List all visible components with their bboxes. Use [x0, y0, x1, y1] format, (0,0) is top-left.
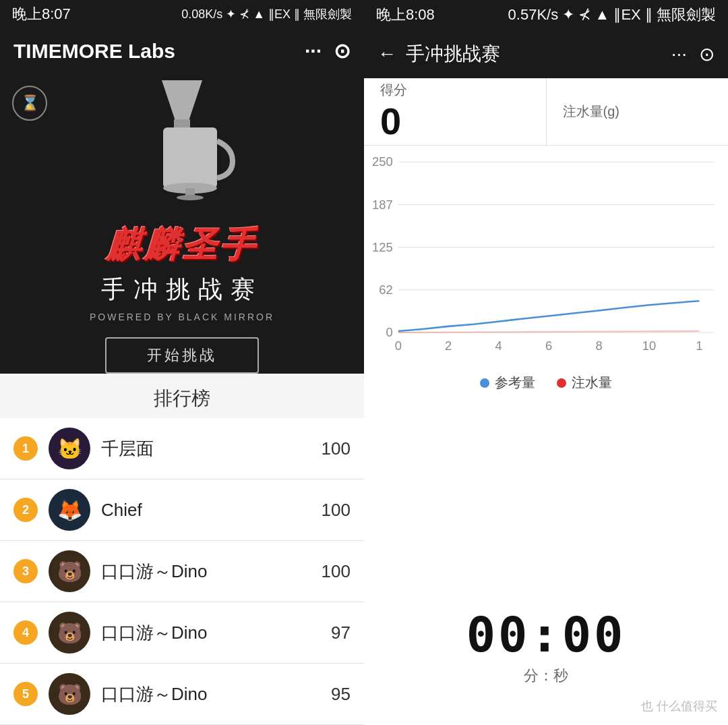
svg-rect-2 — [163, 127, 217, 188]
hero-area: ⌛ 麒麟圣手 手冲挑战赛 POWERED BY BLACK MIRROR 开始挑… — [0, 74, 364, 374]
svg-text:8: 8 — [595, 339, 602, 353]
logo-icon: ⌛ — [12, 86, 47, 121]
item-name: 口口游～Dino — [101, 560, 311, 583]
avatar: 🐻 — [49, 550, 90, 592]
water-label: 注水量(g) — [563, 103, 712, 121]
right-status-icons: 0.57K/s ✦ ⊀ ▲ ∥EX ∥ 無限劍製 — [508, 5, 716, 25]
svg-text:4: 4 — [495, 339, 502, 353]
list-item[interactable]: 5 🐻 口口游～Dino 95 — [0, 664, 364, 725]
score-box: 得分 0 — [364, 78, 547, 145]
svg-text:6: 6 — [545, 339, 552, 353]
chart-container: 250 187 125 62 0 0 2 4 6 8 10 1 — [371, 152, 721, 368]
legend-reference: 参考量 — [480, 374, 535, 392]
svg-text:0: 0 — [386, 325, 392, 339]
score-water-row: 得分 0 注水量(g) — [364, 78, 728, 146]
svg-text:10: 10 — [642, 339, 656, 353]
score-label: 得分 — [380, 81, 530, 99]
item-score: 95 — [331, 684, 351, 705]
right-target-icon[interactable]: ⊙ — [699, 43, 715, 65]
hero-title: 麒麟圣手 — [105, 222, 259, 269]
chart-legend: 参考量 注水量 — [371, 368, 721, 397]
svg-marker-0 — [162, 80, 202, 121]
back-icon[interactable]: ← — [377, 43, 396, 65]
svg-rect-1 — [174, 119, 190, 127]
list-item[interactable]: 3 🐻 口口游～Dino 100 — [0, 541, 364, 602]
timer-display: 00:00 — [364, 606, 728, 663]
avatar: 🐻 — [49, 673, 90, 715]
water-box: 注水量(g) — [547, 78, 729, 145]
svg-text:250: 250 — [372, 154, 393, 169]
rank-badge: 3 — [13, 559, 38, 583]
svg-text:2: 2 — [445, 339, 452, 353]
rank-badge: 1 — [13, 436, 38, 461]
left-status-icons: 0.08K/s ✦ ⊀ ▲ ∥EX ∥ 無限劍製 — [181, 6, 352, 22]
start-challenge-button[interactable]: 开始挑战 — [105, 337, 259, 374]
right-more-icon[interactable]: ··· — [671, 43, 687, 65]
avatar: 🐻 — [49, 612, 90, 654]
item-score: 100 — [322, 438, 351, 459]
list-item[interactable]: 4 🐻 口口游～Dino 97 — [0, 602, 364, 664]
coffee-svg — [115, 74, 249, 208]
timer-section: 00:00 分：秒 — [364, 593, 728, 693]
legend-reference-label: 参考量 — [495, 374, 535, 392]
left-header-icons: ··· ⊙ — [305, 39, 351, 63]
rank-badge: 4 — [13, 620, 38, 645]
leaderboard-list: 1 🐱 千层面 100 2 🦊 Chief 100 3 🐻 口口游～Dino 1… — [0, 418, 364, 725]
list-item[interactable]: 2 🦊 Chief 100 — [0, 480, 364, 541]
svg-text:0: 0 — [395, 339, 402, 353]
right-header: ← 手冲挑战赛 ··· ⊙ — [364, 30, 728, 78]
timer-label: 分：秒 — [364, 666, 728, 686]
left-status-bar: 晚上8:07 0.08K/s ✦ ⊀ ▲ ∥EX ∥ 無限劍製 — [0, 0, 364, 28]
watermark: 也 什么值得买 — [364, 693, 728, 725]
svg-text:62: 62 — [379, 283, 392, 297]
chart-svg: 250 187 125 62 0 0 2 4 6 8 10 1 — [371, 152, 721, 368]
leaderboard-section: 排行榜 1 🐱 千层面 100 2 🦊 Chief 100 3 🐻 口口游～Di… — [0, 374, 364, 725]
svg-text:125: 125 — [372, 240, 393, 254]
list-item[interactable]: 1 🐱 千层面 100 — [0, 418, 364, 480]
left-panel: 晚上8:07 0.08K/s ✦ ⊀ ▲ ∥EX ∥ 無限劍製 TIMEMORE… — [0, 0, 364, 725]
item-name: 千层面 — [101, 437, 311, 461]
score-value: 0 — [380, 99, 530, 143]
svg-text:1: 1 — [696, 339, 702, 353]
left-header: TIMEMORE Labs ··· ⊙ — [0, 28, 364, 74]
rank-badge: 2 — [13, 498, 38, 522]
right-time: 晚上8:08 — [376, 5, 435, 25]
app-title: TIMEMORE Labs — [13, 40, 175, 63]
avatar: 🦊 — [49, 489, 90, 531]
chart-area: 250 187 125 62 0 0 2 4 6 8 10 1 — [364, 146, 728, 593]
item-score: 100 — [322, 561, 351, 582]
hero-subtitle: 手冲挑战赛 — [101, 273, 263, 306]
svg-point-5 — [177, 195, 204, 200]
right-panel: 晚上8:08 0.57K/s ✦ ⊀ ▲ ∥EX ∥ 無限劍製 ← 手冲挑战赛 … — [364, 0, 728, 725]
left-time: 晚上8:07 — [12, 4, 71, 24]
legend-water-label: 注水量 — [572, 374, 612, 392]
legend-water: 注水量 — [557, 374, 612, 392]
more-icon[interactable]: ··· — [305, 40, 322, 63]
item-name: 口口游～Dino — [101, 683, 320, 706]
right-header-icons: ··· ⊙ — [671, 43, 715, 65]
leaderboard-title: 排行榜 — [0, 374, 364, 418]
coffee-illustration — [115, 74, 249, 208]
item-name: Chief — [101, 500, 311, 521]
right-header-left: ← 手冲挑战赛 — [377, 41, 500, 67]
legend-dot-reference — [480, 378, 489, 388]
target-icon[interactable]: ⊙ — [334, 39, 351, 63]
rank-badge: 5 — [13, 682, 38, 706]
right-page-title: 手冲挑战赛 — [406, 41, 500, 67]
avatar: 🐱 — [49, 428, 90, 469]
item-name: 口口游～Dino — [101, 621, 320, 645]
item-score: 100 — [322, 500, 351, 521]
svg-text:187: 187 — [372, 198, 393, 212]
right-status-bar: 晚上8:08 0.57K/s ✦ ⊀ ▲ ∥EX ∥ 無限劍製 — [364, 0, 728, 30]
legend-dot-water — [557, 378, 566, 388]
item-score: 97 — [331, 622, 351, 643]
hero-powered: POWERED BY BLACK MIRROR — [90, 312, 274, 322]
